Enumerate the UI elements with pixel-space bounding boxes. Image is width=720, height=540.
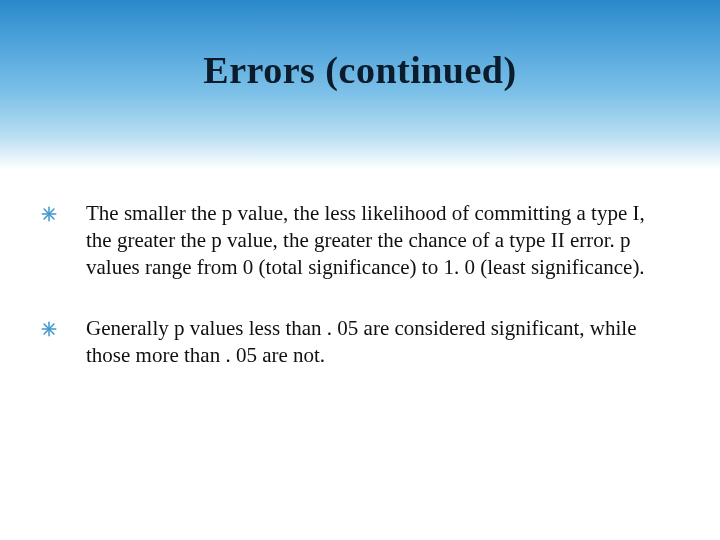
slide-content: The smaller the p value, the less likeli… (0, 170, 720, 368)
list-item: The smaller the p value, the less likeli… (40, 200, 660, 281)
slide-title: Errors (continued) (203, 48, 516, 92)
list-item: Generally p values less than . 05 are co… (40, 315, 660, 369)
asterisk-icon (40, 205, 58, 223)
slide: Errors (continued) The smaller the p val… (0, 0, 720, 540)
slide-header: Errors (continued) (0, 0, 720, 170)
asterisk-icon (40, 320, 58, 338)
bullet-text: The smaller the p value, the less likeli… (86, 200, 660, 281)
bullet-text: Generally p values less than . 05 are co… (86, 315, 660, 369)
